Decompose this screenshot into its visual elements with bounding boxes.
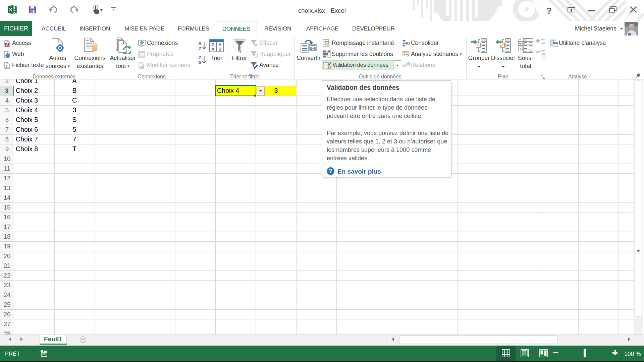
svg-text:Z: Z <box>198 46 201 51</box>
svg-text:A: A <box>218 43 221 47</box>
svg-text:A: A <box>211 47 214 52</box>
svg-text:A: A <box>6 43 9 47</box>
svg-text:Z: Z <box>212 43 214 47</box>
svg-text:Z: Z <box>219 47 221 52</box>
svg-text:A: A <box>198 60 202 65</box>
svg-text:?: ? <box>406 53 409 58</box>
